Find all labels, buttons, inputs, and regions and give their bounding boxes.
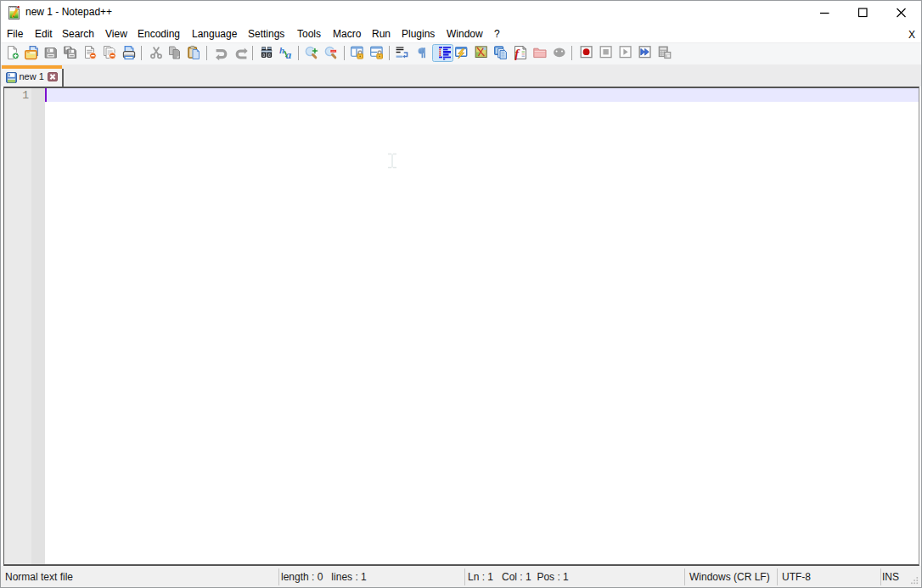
svg-text:h: h xyxy=(279,45,284,55)
